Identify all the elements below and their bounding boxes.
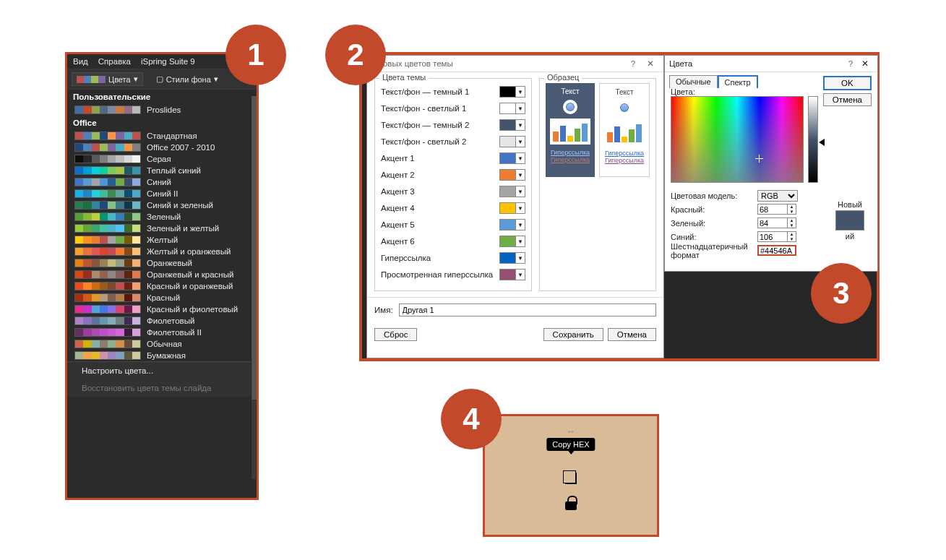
close-icon[interactable]: ✕ xyxy=(642,59,659,69)
color-strip xyxy=(74,143,141,152)
color-strip xyxy=(74,282,141,290)
theme-item[interactable]: Бумажная xyxy=(67,350,257,361)
theme-item[interactable]: Зеленый и желтый xyxy=(67,223,257,234)
color-picker-button[interactable]: ▼ xyxy=(499,103,525,114)
scrollbar[interactable] xyxy=(251,96,256,479)
cancel-button[interactable]: Отмена xyxy=(823,93,872,106)
preview-text: Текст xyxy=(561,87,579,95)
theme-label: Фиолетовый xyxy=(147,316,249,325)
hyperlink-sample: Гиперссылка xyxy=(605,150,644,157)
spinner[interactable]: ▲▼ xyxy=(788,217,796,228)
theme-item[interactable]: Красный и фиолетовый xyxy=(67,303,257,315)
red-input[interactable] xyxy=(757,204,788,215)
copy-icon[interactable] xyxy=(565,473,577,484)
theme-item[interactable]: Теплый синий xyxy=(67,165,257,176)
group-label: Образец xyxy=(544,73,582,82)
theme-color-row: Акцент 4▼ xyxy=(381,200,525,216)
bg-styles-button[interactable]: ▢ Стили фона ▾ xyxy=(152,72,223,86)
color-picker-button[interactable]: ▼ xyxy=(499,119,525,131)
reset-button[interactable]: Сброс xyxy=(374,328,417,341)
theme-item[interactable]: Фиолетовый II xyxy=(67,327,257,338)
chevron-down-icon: ▾ xyxy=(134,74,138,84)
theme-label: Серая xyxy=(147,155,249,163)
theme-item[interactable]: Серая xyxy=(67,153,257,165)
hex-input[interactable] xyxy=(757,245,796,256)
theme-item[interactable]: Фиолетовый xyxy=(67,315,257,327)
badge-2: 2 xyxy=(325,25,386,85)
cancel-button[interactable]: Отмена xyxy=(608,328,656,341)
spinner[interactable]: ▲▼ xyxy=(788,231,796,242)
menu-help[interactable]: Справка xyxy=(98,57,131,66)
color-strip xyxy=(74,105,141,114)
save-button[interactable]: Сохранить xyxy=(543,328,603,341)
theme-name-input[interactable] xyxy=(399,303,656,316)
spinner[interactable]: ▲▼ xyxy=(788,204,796,215)
colors-dropdown-button[interactable]: Цвета ▾ xyxy=(72,72,143,86)
theme-item[interactable]: Office 2007 - 2010 xyxy=(67,142,257,153)
theme-color-row: Акцент 2▼ xyxy=(381,167,525,183)
green-input[interactable] xyxy=(757,217,788,228)
circle-icon xyxy=(563,100,577,114)
tab-spectrum[interactable]: Спектр xyxy=(718,75,758,88)
theme-item[interactable]: Оранжевый и красный xyxy=(67,269,257,280)
help-icon[interactable]: ? xyxy=(844,59,857,68)
theme-item[interactable]: Синий xyxy=(67,176,257,188)
color-strip xyxy=(74,247,141,256)
color-strip xyxy=(74,166,141,175)
theme-item[interactable]: Зеленый xyxy=(67,211,257,223)
theme-item[interactable]: Желтый xyxy=(67,234,257,246)
theme-item[interactable]: Стандартная xyxy=(67,130,257,142)
color-picker-button[interactable]: ▼ xyxy=(499,136,525,147)
color-picker-button[interactable]: ▼ xyxy=(499,202,525,214)
theme-item[interactable]: Красный xyxy=(67,292,257,303)
menu-view[interactable]: Вид xyxy=(73,57,88,66)
theme-item[interactable]: Красный и оранжевый xyxy=(67,280,257,292)
theme-item[interactable]: Оранжевый xyxy=(67,257,257,269)
color-picker-button[interactable]: ▼ xyxy=(499,169,525,181)
row-label: Акцент 6 xyxy=(381,237,499,246)
scrollbar-thumb[interactable] xyxy=(251,96,257,400)
bg-styles-label: Стили фона xyxy=(166,75,211,84)
row-label: Акцент 2 xyxy=(381,171,499,179)
visited-sample: Гиперссылка xyxy=(551,156,590,163)
tab-standard[interactable]: Обычные xyxy=(669,75,718,88)
color-picker-button[interactable]: ▼ xyxy=(499,252,525,264)
blue-input[interactable] xyxy=(757,231,788,242)
preview-text: Текст xyxy=(615,88,633,96)
menu-ispring[interactable]: iSpring Suite 9 xyxy=(141,57,195,66)
theme-item[interactable]: Обычная xyxy=(67,338,257,350)
colors-label: Цвета: xyxy=(671,87,695,96)
preview-light: Текст Гиперссылка Гиперссылка xyxy=(599,83,650,177)
color-picker-button[interactable]: ▼ xyxy=(499,219,525,231)
theme-item[interactable]: Синий и зеленый xyxy=(67,199,257,211)
crosshair-icon xyxy=(755,155,763,163)
model-select[interactable]: RGB xyxy=(757,190,798,202)
color-picker-button[interactable]: ▼ xyxy=(499,186,525,197)
theme-item[interactable]: Желтый и оранжевый xyxy=(67,246,257,257)
theme-color-row: Акцент 1▼ xyxy=(381,150,525,166)
spectrum-picker[interactable] xyxy=(671,96,804,183)
chevron-down-icon: ▾ xyxy=(214,74,218,84)
red-label: Красный: xyxy=(671,205,757,214)
theme-item[interactable]: Proslides xyxy=(67,104,257,116)
chart-icon xyxy=(550,119,590,145)
close-icon[interactable]: ✕ xyxy=(857,59,873,69)
theme-label: Proslides xyxy=(147,105,249,114)
theme-label: Обычная xyxy=(147,340,249,348)
sample-group: Образец Текст Гиперссылка Гиперссылка Те… xyxy=(539,78,656,291)
green-label: Зеленый: xyxy=(671,219,757,228)
theme-item[interactable]: Синий II xyxy=(67,188,257,199)
color-picker-button[interactable]: ▼ xyxy=(499,236,525,247)
ok-button[interactable]: OK xyxy=(823,76,872,90)
color-picker-button[interactable]: ▼ xyxy=(499,152,525,164)
lock-icon[interactable] xyxy=(565,501,577,510)
customize-colors-link[interactable]: Настроить цвета... xyxy=(67,362,257,379)
help-icon[interactable]: ? xyxy=(624,59,642,68)
color-picker-button[interactable]: ▼ xyxy=(499,269,525,280)
color-picker-button[interactable]: ▼ xyxy=(499,86,525,98)
resize-icon[interactable]: ↔ xyxy=(567,426,575,436)
badge-3: 3 xyxy=(811,263,872,324)
theme-label: Office 2007 - 2010 xyxy=(147,143,249,152)
luminance-slider[interactable] xyxy=(808,96,818,183)
blue-label: Синий: xyxy=(671,233,757,241)
